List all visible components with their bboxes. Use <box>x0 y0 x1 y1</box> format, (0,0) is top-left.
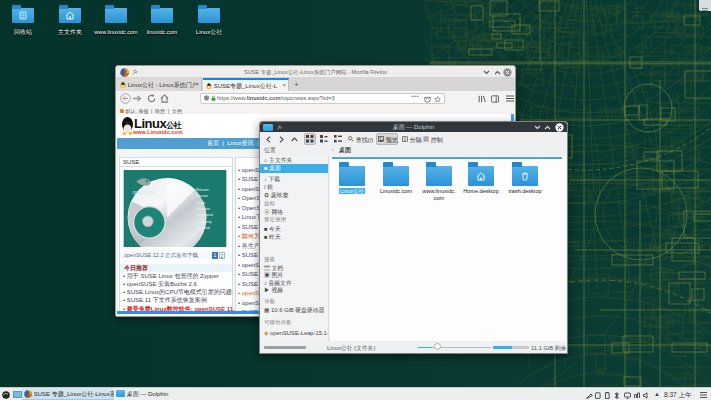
svg-text:openSUSE: openSUSE <box>133 190 158 195</box>
svg-text:Create: Create <box>196 201 206 205</box>
svg-text:Enterprise: Enterprise <box>196 207 211 211</box>
svg-text:Download: Download <box>196 226 210 230</box>
svg-text:Professional: Professional <box>196 213 214 217</box>
svg-text:Community: Community <box>196 220 212 224</box>
svg-text:Discover: Discover <box>196 194 208 198</box>
svg-text:Welcome: Welcome <box>196 188 209 192</box>
